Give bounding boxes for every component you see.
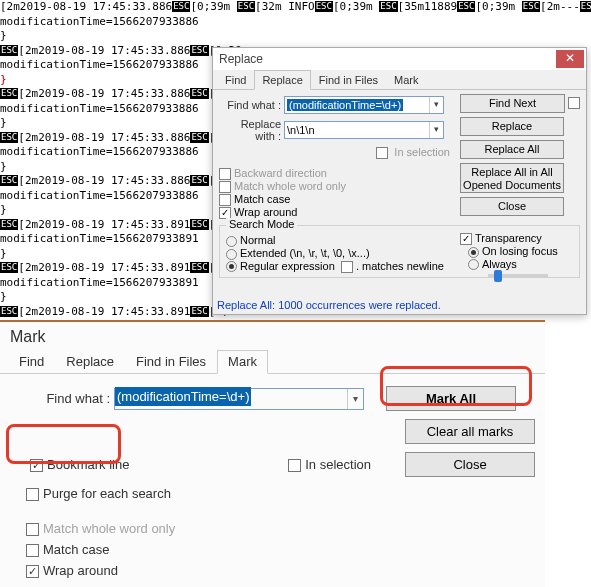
dialog-body: Find what : (modificationTime=\d+) ▾ Rep… bbox=[213, 90, 586, 314]
tab-mark[interactable]: Mark bbox=[386, 70, 426, 89]
mark-wholeword-label: Match whole word only bbox=[43, 521, 175, 536]
tab-find-in-files[interactable]: Find in Files bbox=[311, 70, 386, 89]
dialog-titlebar: Replace ✕ bbox=[213, 48, 586, 70]
normal-radio[interactable] bbox=[226, 236, 237, 247]
replace-dialog: Replace ✕ FindReplaceFind in FilesMark F… bbox=[212, 47, 587, 315]
tab-find[interactable]: Find bbox=[8, 350, 55, 373]
extended-label: Extended (\n, \r, \t, \0, \x...) bbox=[240, 247, 370, 259]
find-next-checkbox[interactable] bbox=[568, 97, 580, 109]
mark-panel: Mark FindReplaceFind in FilesMark Find w… bbox=[0, 320, 545, 587]
tab-replace[interactable]: Replace bbox=[55, 350, 125, 373]
replace-all-opened-button[interactable]: Replace All in All Opened Documents bbox=[460, 163, 564, 193]
bookmark-checkbox[interactable]: ✓ bbox=[30, 459, 43, 472]
replace-button[interactable]: Replace bbox=[460, 117, 564, 136]
purge-checkbox[interactable] bbox=[26, 488, 39, 501]
tab-find[interactable]: Find bbox=[217, 70, 254, 89]
wholeword-checkbox[interactable] bbox=[219, 181, 231, 193]
mark-close-button[interactable]: Close bbox=[405, 452, 535, 477]
extended-radio[interactable] bbox=[226, 249, 237, 260]
mark-wrap-checkbox[interactable]: ✓ bbox=[26, 565, 39, 578]
mark-title: Mark bbox=[0, 322, 545, 350]
purge-label: Purge for each search bbox=[43, 486, 171, 501]
tab-find-in-files[interactable]: Find in Files bbox=[125, 350, 217, 373]
in-selection-checkbox[interactable] bbox=[376, 147, 388, 159]
mark-inselection-checkbox[interactable] bbox=[288, 459, 301, 472]
status-text: Replace All: 1000 occurrences were repla… bbox=[217, 299, 441, 311]
dialog-tabs: FindReplaceFind in FilesMark bbox=[213, 70, 586, 90]
mark-wholeword-checkbox[interactable] bbox=[26, 523, 39, 536]
transparency-slider[interactable] bbox=[488, 274, 548, 278]
find-label: Find what : bbox=[219, 99, 281, 111]
newline-label: . matches newline bbox=[356, 260, 444, 272]
mark-all-button[interactable]: Mark All bbox=[386, 386, 516, 411]
chevron-down-icon[interactable]: ▾ bbox=[347, 389, 363, 409]
chevron-down-icon[interactable]: ▾ bbox=[429, 97, 443, 113]
always-radio[interactable] bbox=[468, 259, 479, 270]
always-label: Always bbox=[482, 258, 517, 270]
mark-body: Find what : (modificationTime=\d+) ▾ Mar… bbox=[0, 374, 545, 587]
replace-input[interactable]: \n\1\n ▾ bbox=[284, 121, 444, 139]
dialog-title: Replace bbox=[219, 52, 556, 66]
matchcase-checkbox[interactable] bbox=[219, 194, 231, 206]
mark-tabs: FindReplaceFind in FilesMark bbox=[0, 350, 545, 374]
transparency-checkbox[interactable]: ✓ bbox=[460, 233, 472, 245]
tab-mark[interactable]: Mark bbox=[217, 350, 268, 374]
newline-checkbox[interactable] bbox=[341, 261, 353, 273]
mark-matchcase-label: Match case bbox=[43, 542, 109, 557]
mark-wrap-label: Wrap around bbox=[43, 563, 118, 578]
matchcase-label: Match case bbox=[234, 193, 290, 205]
mark-inselection-label: In selection bbox=[305, 457, 371, 472]
replace-label: Replace with : bbox=[219, 118, 281, 142]
search-mode-legend: Search Mode bbox=[226, 218, 297, 230]
regex-label: Regular expression bbox=[240, 260, 335, 272]
dialog-right-buttons: Find Next Replace Replace All Replace Al… bbox=[460, 94, 580, 278]
regex-radio[interactable] bbox=[226, 261, 237, 272]
mark-find-label: Find what : bbox=[10, 391, 110, 406]
backward-checkbox[interactable] bbox=[219, 168, 231, 180]
clear-all-button[interactable]: Clear all marks bbox=[405, 419, 535, 444]
close-icon[interactable]: ✕ bbox=[556, 50, 584, 68]
chevron-down-icon[interactable]: ▾ bbox=[429, 122, 443, 138]
replace-all-button[interactable]: Replace All bbox=[460, 140, 564, 159]
transparency-label: Transparency bbox=[475, 232, 542, 244]
tab-replace[interactable]: Replace bbox=[254, 70, 310, 90]
normal-label: Normal bbox=[240, 234, 275, 246]
wrap-label: Wrap around bbox=[234, 206, 297, 218]
onlosing-radio[interactable] bbox=[468, 247, 479, 258]
find-input[interactable]: (modificationTime=\d+) ▾ bbox=[284, 96, 444, 114]
onlosing-label: On losing focus bbox=[482, 245, 558, 257]
bookmark-label: Bookmark line bbox=[47, 457, 129, 472]
find-next-button[interactable]: Find Next bbox=[460, 94, 565, 113]
wholeword-label: Match whole word only bbox=[234, 180, 346, 192]
in-selection-label: In selection bbox=[394, 146, 450, 158]
backward-label: Backward direction bbox=[234, 167, 327, 179]
mark-matchcase-checkbox[interactable] bbox=[26, 544, 39, 557]
close-button[interactable]: Close bbox=[460, 197, 564, 216]
mark-find-input[interactable]: (modificationTime=\d+) ▾ bbox=[114, 388, 364, 410]
